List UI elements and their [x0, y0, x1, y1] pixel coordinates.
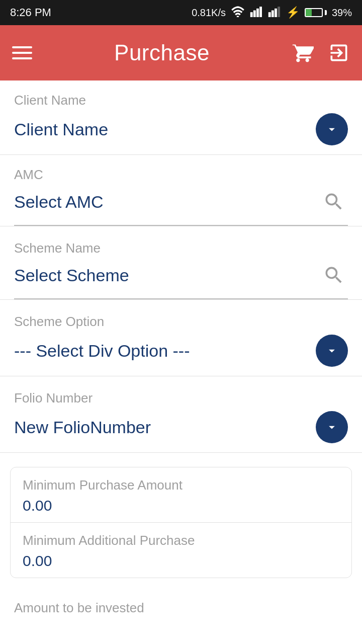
folio-number-field: Folio Number New FolioNumber	[0, 378, 362, 453]
status-right: 0.81K/s ⚡	[192, 6, 352, 20]
scheme-name-label: Scheme Name	[14, 240, 348, 256]
min-purchase-row: Minimum Purchase Amount 0.00	[11, 467, 351, 522]
content-area: Client Name Client Name AMC Select AMC S…	[0, 80, 362, 644]
svg-rect-4	[259, 7, 262, 17]
amc-field: AMC Select AMC	[0, 155, 362, 226]
signal-icon	[250, 6, 263, 20]
svg-rect-1	[250, 12, 253, 17]
network-speed: 0.81K/s	[192, 7, 226, 19]
logout-button[interactable]	[328, 42, 350, 64]
min-additional-row: Minimum Additional Purchase 0.00	[11, 522, 351, 578]
svg-rect-8	[278, 7, 280, 17]
status-time: 8:26 PM	[10, 6, 51, 19]
bolt-icon: ⚡	[286, 6, 300, 19]
min-purchase-label: Minimum Purchase Amount	[23, 477, 339, 493]
scheme-option-dropdown[interactable]	[316, 335, 348, 367]
svg-rect-6	[272, 10, 274, 17]
scheme-option-label: Scheme Option	[14, 314, 348, 330]
cart-button[interactable]	[292, 42, 314, 64]
signal2-icon	[268, 6, 281, 20]
svg-rect-3	[256, 8, 259, 17]
scheme-name-value[interactable]: Select Scheme	[14, 266, 129, 285]
app-bar-actions	[292, 42, 350, 64]
folio-number-label: Folio Number	[14, 390, 348, 406]
status-bar: 8:26 PM 0.81K/s	[0, 0, 362, 25]
page-title: Purchase	[114, 40, 210, 65]
svg-rect-5	[268, 12, 271, 17]
folio-number-value[interactable]: New FolioNumber	[14, 418, 151, 437]
svg-rect-7	[275, 8, 277, 17]
client-name-dropdown[interactable]	[316, 113, 348, 145]
folio-number-dropdown[interactable]	[316, 411, 348, 443]
app-bar: Purchase	[0, 25, 362, 80]
amount-label: Amount to be invested	[0, 592, 362, 616]
amc-value[interactable]: Select AMC	[14, 192, 104, 212]
wifi-icon	[231, 6, 245, 20]
scheme-search-button[interactable]	[320, 261, 348, 289]
min-additional-value: 0.00	[23, 552, 339, 570]
svg-rect-2	[253, 10, 256, 17]
info-card: Minimum Purchase Amount 0.00 Minimum Add…	[10, 467, 352, 578]
battery-indicator	[305, 8, 327, 17]
client-name-field: Client Name Client Name	[0, 80, 362, 155]
scheme-name-field: Scheme Name Select Scheme	[0, 228, 362, 300]
scheme-option-value[interactable]: --- Select Div Option ---	[14, 341, 190, 361]
menu-button[interactable]	[12, 46, 32, 59]
client-name-value[interactable]: Client Name	[14, 120, 108, 139]
svg-point-0	[237, 16, 239, 17]
min-additional-label: Minimum Additional Purchase	[23, 533, 339, 548]
battery-percent: 39%	[332, 7, 352, 19]
client-name-label: Client Name	[14, 93, 348, 108]
min-purchase-value: 0.00	[23, 497, 339, 514]
amc-label: AMC	[14, 167, 348, 183]
scheme-option-field: Scheme Option --- Select Div Option ---	[0, 302, 362, 376]
amc-search-button[interactable]	[320, 188, 348, 216]
